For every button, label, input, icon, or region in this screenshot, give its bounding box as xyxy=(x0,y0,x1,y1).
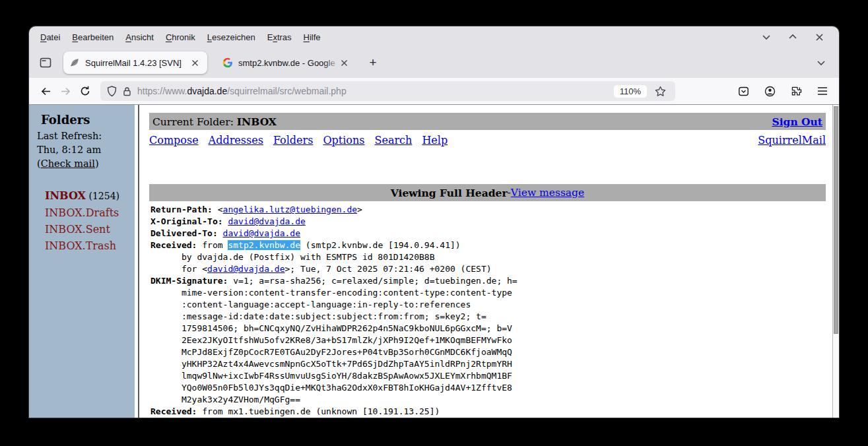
toolbar-icons xyxy=(733,81,832,101)
folder-item: INBOX (1254) xyxy=(45,187,135,205)
last-refresh-time: Thu, 8:12 am xyxy=(37,143,135,157)
main-frame: Current Folder: INBOX Sign Out ComposeAd… xyxy=(143,105,832,418)
tab-squirrelmail[interactable]: SquirrelMail 1.4.23 [SVN] xyxy=(63,51,207,74)
header-text: v=1; a=rsa-sha256; c=relaxed/simple; d=t… xyxy=(233,276,517,286)
menu-items: DateiBearbeitenAnsichtChronikLesezeichen… xyxy=(34,30,327,45)
header-text: from xyxy=(202,240,228,250)
check-mail-link[interactable]: Check mail xyxy=(41,158,95,169)
paren-close: ) xyxy=(95,158,99,169)
window-controls xyxy=(761,32,839,42)
navlink-search[interactable]: Search xyxy=(374,134,412,146)
folder-item: INBOX.Drafts xyxy=(45,205,135,221)
folder-item: INBOX.Trash xyxy=(45,238,135,254)
folder-link[interactable]: INBOX.Sent xyxy=(45,223,110,236)
tab-bar: SquirrelMail 1.4.23 [SVN] smtp2.kvnbw.de… xyxy=(29,48,839,78)
maximize-icon[interactable] xyxy=(787,32,798,42)
menu-chronik[interactable]: Chronik xyxy=(160,30,201,45)
squirrelmail-link[interactable]: SquirrelMail xyxy=(758,134,826,146)
header-text: Delivered-To: xyxy=(150,228,223,238)
current-folder: Current Folder: INBOX xyxy=(152,115,277,128)
view-message-link[interactable]: View message xyxy=(511,187,584,199)
header-text: from mx1.tuebingen.de (unknown [10.191.1… xyxy=(202,406,440,416)
folders-title: Folders xyxy=(41,113,135,127)
header-text: DKIM-Signature: xyxy=(150,276,233,286)
current-folder-bar: Current Folder: INBOX Sign Out xyxy=(149,113,826,130)
new-tab-button[interactable]: + xyxy=(363,53,383,73)
header-text: < xyxy=(218,205,223,214)
viewing-header-bar: Viewing Full Header - View message xyxy=(149,184,826,201)
header-text: :message-id:date:date:subject:subject:fr… xyxy=(150,311,486,321)
header-text: yHKHP32Azt4x4AwevcsmNpnGcX5oTtk+7Pd6SjDd… xyxy=(150,359,512,369)
shield-icon[interactable] xyxy=(107,86,117,97)
header-text: X-Original-To: xyxy=(150,216,228,226)
header-text: for < xyxy=(150,264,207,274)
reload-icon[interactable] xyxy=(75,81,95,101)
menu-bearbeiten[interactable]: Bearbeiten xyxy=(66,30,119,45)
sign-out-link[interactable]: Sign Out xyxy=(772,115,822,128)
url-domain: dvajda.de xyxy=(187,86,227,96)
folder-item: INBOX.Sent xyxy=(45,221,135,238)
email-link[interactable]: david@dvajda.de xyxy=(223,228,300,238)
tab-google-search[interactable]: smtp2.kvnbw.de - Google S xyxy=(217,51,356,74)
header-text: > xyxy=(357,205,362,214)
tab-close-icon[interactable] xyxy=(188,56,201,69)
header-text: 2Eex2JKyOItfshWu5ofv2KRe8/3a+bS17mlZk/jX… xyxy=(150,335,512,345)
header-text: lmqw9lNw+ixcIwbF4RssUmvuUsgSioYH/8dakzBS… xyxy=(150,371,512,381)
menu-ansicht[interactable]: Ansicht xyxy=(119,30,160,45)
folder-link[interactable]: INBOX xyxy=(45,189,86,202)
url-text[interactable]: https://www.dvajda.de/squirrelmail/src/w… xyxy=(137,86,347,96)
navlink-help[interactable]: Help xyxy=(422,134,448,146)
header-text: Received: xyxy=(150,406,202,416)
email-link[interactable]: david@dvajda.de xyxy=(207,264,284,274)
firefox-view-icon[interactable] xyxy=(34,53,57,73)
url-path: /squirrelmail/src/webmail.php xyxy=(227,86,347,96)
header-text: >; Tue, 7 Oct 2025 07:21:46 +0200 (CEST) xyxy=(285,264,492,274)
minimize-icon[interactable] xyxy=(761,32,772,42)
tab-title-fade xyxy=(323,54,341,71)
menu-bar: DateiBearbeitenAnsichtChronikLesezeichen… xyxy=(29,26,839,48)
close-icon[interactable] xyxy=(814,32,824,42)
navlink-folders[interactable]: Folders xyxy=(273,134,314,146)
extensions-puzzle-icon[interactable] xyxy=(786,81,806,101)
menu-datei[interactable]: Datei xyxy=(34,30,66,45)
account-icon[interactable] xyxy=(760,81,780,101)
folder-link[interactable]: INBOX.Drafts xyxy=(45,207,119,219)
google-favicon-icon xyxy=(222,57,233,68)
header-text: Return-Path: xyxy=(150,205,218,214)
folder-list: INBOX (1254)INBOX.DraftsINBOX.SentINBOX.… xyxy=(45,187,135,254)
folder-link[interactable]: INBOX.Trash xyxy=(45,239,116,252)
back-icon[interactable] xyxy=(36,81,55,101)
email-link[interactable]: david@dvajda.de xyxy=(228,216,305,226)
navlink-options[interactable]: Options xyxy=(323,134,364,146)
folders-sidebar: Folders Last Refresh: Thu, 8:12 am (Chec… xyxy=(29,105,135,418)
url-bar[interactable]: https://www.dvajda.de/squirrelmail/src/w… xyxy=(100,81,675,101)
list-all-tabs-icon[interactable] xyxy=(813,54,830,71)
email-link[interactable]: angelika.lutz@tuebingen.de xyxy=(223,205,358,214)
header-text: YQo0W05n0Fb5l0JYs3qqDie+MKQt3haG2OdxX0xF… xyxy=(150,383,512,393)
menu-lesezeichen[interactable]: Lesezeichen xyxy=(201,30,261,45)
unread-count: (1254) xyxy=(86,191,119,201)
url-scheme: https://www. xyxy=(137,86,187,96)
lock-icon[interactable] xyxy=(123,86,131,96)
menu-hilfe[interactable]: Hilfe xyxy=(298,30,327,45)
zoom-level-indicator[interactable]: 110% xyxy=(614,85,647,98)
tab-title: SquirrelMail 1.4.23 [SVN] xyxy=(85,58,188,68)
header-text: M2yak3x2y4ZVHom/MqGFg== xyxy=(150,395,300,404)
forward-icon[interactable] xyxy=(55,81,75,101)
navlink-addresses[interactable]: Addresses xyxy=(209,134,263,146)
scrollbar-thumb[interactable] xyxy=(834,106,838,334)
current-folder-label: Current Folder: xyxy=(152,116,237,128)
hamburger-menu-icon[interactable] xyxy=(813,81,832,101)
pocket-icon[interactable] xyxy=(733,81,753,101)
current-folder-value: INBOX xyxy=(237,115,277,128)
frame-divider xyxy=(135,105,143,418)
last-refresh-label: Last Refresh: xyxy=(37,129,135,143)
header-text: 1759814506; bh=CNCqxyNQ/ZvHihaWDPR262p4n… xyxy=(150,323,512,333)
navlink-compose[interactable]: Compose xyxy=(149,134,199,146)
bookmark-star-icon[interactable] xyxy=(655,86,666,97)
header-text: McPJd8ExjfZ0pCocR7E0TGAu2DyF2Jores+P04tv… xyxy=(150,347,512,357)
find-highlight: smtp2.kvnbw.de xyxy=(228,240,300,250)
vertical-scrollbar[interactable] xyxy=(832,105,839,418)
menu-extras[interactable]: Extras xyxy=(261,30,298,45)
browser-window: DateiBearbeitenAnsichtChronikLesezeichen… xyxy=(29,26,839,418)
